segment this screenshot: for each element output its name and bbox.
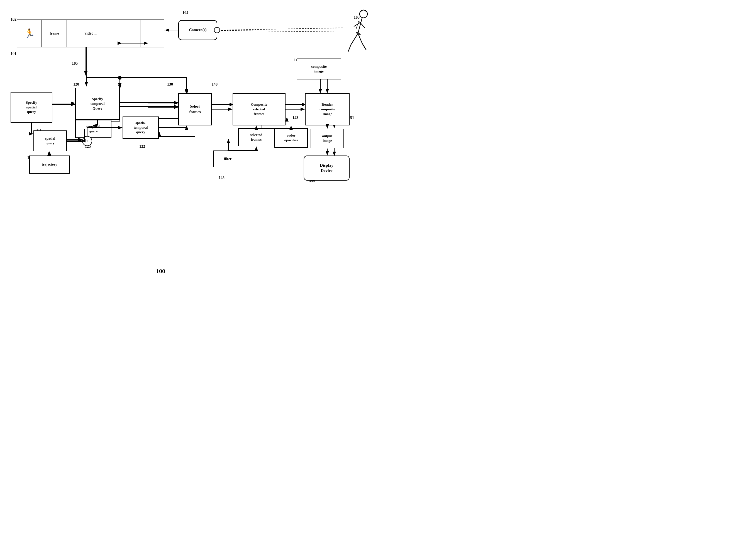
ref-102: 102: [10, 17, 16, 22]
ref-101: 101: [10, 51, 16, 56]
runner-figure: [343, 8, 373, 64]
display-device-box: Display Device: [304, 155, 350, 181]
composite-selected-box: Composite selected frames: [233, 93, 286, 126]
svg-line-36: [351, 33, 358, 44]
diagram: 102 101 104 103 105 106 110 120 130 140 …: [0, 0, 378, 278]
camera-box: Camera(s): [178, 20, 217, 40]
ref-122: 122: [139, 144, 145, 149]
svg-line-39: [362, 43, 366, 50]
composite-image-box: composite image: [297, 59, 341, 79]
svg-point-6: [118, 76, 121, 80]
video-strip: 🏃 frame video ...: [17, 20, 164, 47]
ref-143: 143: [293, 116, 298, 120]
video-cell-empty1: [115, 20, 140, 47]
trajectory-box: trajectory: [29, 155, 70, 174]
video-cell-video: video ...: [67, 20, 116, 47]
svg-point-47: [118, 76, 121, 79]
order-opacities-box: order opacities: [274, 128, 308, 148]
temporal-query-box: temporal query: [75, 120, 111, 138]
ref-104: 104: [183, 10, 188, 15]
specify-spatial-box: Specify spatial query: [10, 92, 52, 123]
video-cell-frame: frame: [42, 20, 67, 47]
svg-point-32: [360, 10, 368, 18]
select-frames-box: Select frames: [178, 93, 212, 126]
video-cell-empty2: [140, 20, 164, 47]
video-cell-runner: 🏃: [17, 20, 42, 47]
spatio-temporal-box: spatio- temporal query: [122, 116, 159, 139]
specify-temporal-box: Specify temporal Query: [75, 88, 120, 120]
selected-frames-box: selected frames: [238, 128, 274, 146]
filter-box: filter: [213, 150, 242, 167]
ref-120: 120: [73, 82, 79, 87]
svg-line-33: [358, 18, 362, 33]
ref-130: 130: [167, 82, 173, 87]
render-composite-box: Render composite Image: [305, 93, 350, 126]
ref-140: 140: [212, 82, 218, 87]
spatial-query-box: spatial query: [33, 131, 67, 151]
camera-label: Camera(s): [189, 28, 207, 33]
ref-145: 145: [219, 176, 225, 180]
plus-circle: +: [82, 136, 92, 146]
svg-line-43: [221, 28, 343, 30]
ref-105: 105: [72, 61, 78, 66]
svg-line-37: [348, 44, 351, 51]
output-image-box: output image: [311, 129, 344, 148]
diagram-title: 100: [156, 268, 165, 275]
